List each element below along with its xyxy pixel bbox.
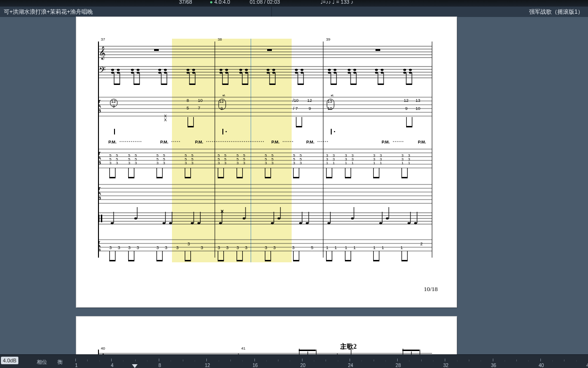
svg-text:3: 3 xyxy=(176,245,179,250)
svg-text:40: 40 xyxy=(101,346,105,351)
svg-text:1: 1 xyxy=(335,245,337,250)
svg-text:P.M.: P.M. xyxy=(108,140,116,144)
svg-text:𝄞: 𝄞 xyxy=(99,46,106,60)
score-viewport[interactable]: 10/18 xyxy=(0,17,588,355)
svg-text:1: 1 xyxy=(400,245,403,250)
document-title-bar: 可+洪湖水浪打浪+茉莉花+渔舟唱晚 强军战歌（摇滚版1） xyxy=(0,7,588,17)
svg-text:1: 1 xyxy=(326,245,328,250)
svg-text:3: 3 xyxy=(293,161,295,165)
svg-text:9: 9 xyxy=(220,106,223,111)
svg-text:B: B xyxy=(98,248,101,252)
bar-counter: 37/68 xyxy=(179,0,192,5)
svg-text:12: 12 xyxy=(219,99,224,104)
svg-text:sl.: sl. xyxy=(331,94,334,97)
staff-tab-empty: T A B xyxy=(98,184,432,203)
svg-text:9: 9 xyxy=(405,106,408,111)
svg-text:3: 3 xyxy=(156,245,159,250)
svg-text:2: 2 xyxy=(420,242,423,246)
svg-text:3: 3 xyxy=(237,161,239,165)
svg-text:37: 37 xyxy=(101,37,105,42)
svg-text:1: 1 xyxy=(333,161,335,165)
svg-rect-179 xyxy=(101,215,102,222)
ruler-label-balance[interactable]: 衡 xyxy=(57,359,63,366)
ruler-scale[interactable]: 148121620242832364044 xyxy=(75,355,588,368)
svg-text:3: 3 xyxy=(218,161,220,165)
svg-text:38: 38 xyxy=(218,37,222,42)
svg-text:3: 3 xyxy=(185,161,187,165)
svg-rect-68 xyxy=(331,129,332,134)
svg-rect-228 xyxy=(402,350,419,351)
svg-text:X: X xyxy=(164,117,167,122)
svg-text:3: 3 xyxy=(292,245,294,250)
svg-text:3: 3 xyxy=(128,245,131,250)
svg-text:12: 12 xyxy=(404,98,408,103)
svg-rect-227 xyxy=(299,350,316,351)
svg-text:41: 41 xyxy=(241,346,245,351)
svg-point-67 xyxy=(226,131,227,133)
ruler-cursor[interactable] xyxy=(132,364,138,368)
svg-text:3: 3 xyxy=(137,245,139,250)
svg-text:1: 1 xyxy=(353,245,356,250)
svg-rect-65 xyxy=(114,129,115,134)
svg-text:3: 3 xyxy=(273,245,276,250)
svg-text:9: 9 xyxy=(113,104,115,109)
svg-text:3: 3 xyxy=(156,161,159,165)
playback-time: 01:08 / 02:03 xyxy=(250,0,280,5)
svg-text:3: 3 xyxy=(201,245,203,250)
svg-text:A: A xyxy=(98,104,101,109)
svg-text:3: 3 xyxy=(135,161,137,165)
svg-text:P.M.: P.M. xyxy=(382,140,390,144)
svg-text:1: 1 xyxy=(351,161,354,165)
timeline-ruler[interactable]: 4.0dB 相位 衡 148121620242832364044 xyxy=(0,354,588,368)
svg-text:12: 12 xyxy=(307,98,312,103)
svg-text:B: B xyxy=(98,109,101,113)
svg-text:3: 3 xyxy=(118,245,120,250)
staff-bass: 𝄢 xyxy=(98,65,432,85)
svg-text:3: 3 xyxy=(237,245,239,250)
svg-text:1: 1 xyxy=(345,161,347,165)
svg-text:3: 3 xyxy=(109,245,112,250)
svg-text:3: 3 xyxy=(243,161,245,165)
notation-svg: 37 38 39 𝄞 xyxy=(76,17,457,307)
staff-drums: × xyxy=(98,207,432,224)
svg-point-69 xyxy=(334,131,335,133)
svg-text:3: 3 xyxy=(300,161,302,165)
svg-text:3: 3 xyxy=(271,161,274,165)
svg-text:P.M.: P.M. xyxy=(418,140,426,144)
svg-text:P.M.: P.M. xyxy=(160,140,168,144)
svg-text:13: 13 xyxy=(416,98,420,103)
svg-text:/ 7: / 7 xyxy=(293,106,298,111)
ruler-label-phase[interactable]: 相位 xyxy=(37,359,47,366)
svg-text:42: 42 xyxy=(340,346,344,351)
staff-tab-lead: T A B 12 9 X X 8 10 5 7 12 9 sl. xyxy=(98,94,432,134)
svg-text:13: 13 xyxy=(327,99,332,104)
pm-row: P.M. P.M. P.M. P.M. P.M. P.M. P.M. xyxy=(108,140,426,144)
svg-rect-24 xyxy=(376,49,380,51)
svg-rect-178 xyxy=(98,215,99,222)
svg-text:P.M.: P.M. xyxy=(271,140,279,144)
svg-text:B: B xyxy=(98,196,101,201)
score-page-1[interactable]: 10/18 xyxy=(76,17,457,307)
time-signature-display: ● 4.0:4.0 xyxy=(210,0,230,5)
svg-text:10: 10 xyxy=(198,98,203,103)
svg-text:T: T xyxy=(98,151,101,156)
svg-text:7: 7 xyxy=(198,106,200,110)
svg-text:P.M.: P.M. xyxy=(306,140,314,144)
svg-text:3: 3 xyxy=(165,245,167,250)
svg-text:5: 5 xyxy=(187,106,189,110)
svg-text:3: 3 xyxy=(226,245,229,250)
svg-text:𝄢: 𝄢 xyxy=(99,65,106,77)
svg-rect-22 xyxy=(154,49,159,51)
staff-treble: 𝄞 xyxy=(98,46,432,60)
meter-db-badge: 4.0dB xyxy=(1,357,18,364)
svg-text:10: 10 xyxy=(327,106,332,111)
svg-text:3: 3 xyxy=(265,245,267,250)
svg-rect-66 xyxy=(222,129,223,134)
project-name-right: 强军战歌（摇滚版1） xyxy=(524,7,588,17)
svg-text:B: B xyxy=(98,160,101,165)
svg-text:sl.: sl. xyxy=(222,94,226,97)
svg-text:3: 3 xyxy=(218,245,220,250)
staff-tab-bass: T A B 33 33 33 3 33 33 33 33 35 11 xyxy=(98,240,432,261)
svg-text:3: 3 xyxy=(109,161,112,165)
svg-text:3: 3 xyxy=(128,161,131,165)
